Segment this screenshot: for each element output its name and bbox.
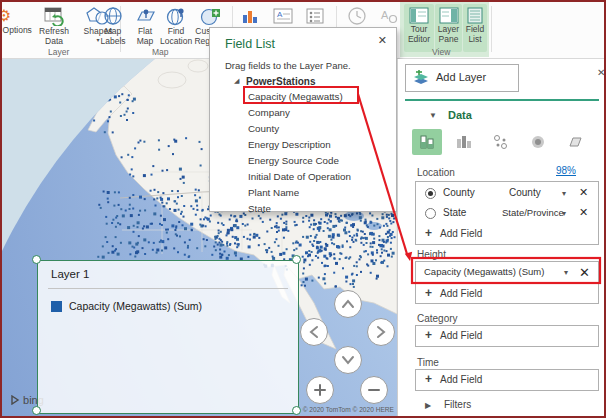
zoom-out-button[interactable] <box>360 376 388 404</box>
layer-pane-icon <box>439 7 459 24</box>
viz-type-row <box>412 129 602 155</box>
viz-clustered-column-button[interactable] <box>449 129 479 155</box>
ribbon-group-label: View <box>432 47 450 57</box>
svg-text:A: A <box>381 9 389 21</box>
height-field-value[interactable]: Capacity (Megawatts) (Sum) <box>424 266 544 277</box>
field-item-initial-date[interactable]: Initial Date of Operation <box>248 171 388 182</box>
rotate-right-button[interactable] <box>367 318 395 346</box>
layer-color-divider <box>405 99 599 101</box>
bubble-icon <box>491 133 511 151</box>
time-label: Time <box>417 357 439 368</box>
field-list-icon <box>465 7 485 24</box>
plus-icon <box>313 383 327 397</box>
add-layer-icon <box>412 70 430 86</box>
custom-regions-icon <box>199 6 221 26</box>
field-item-state[interactable]: State <box>248 203 388 214</box>
location-label: Location <box>417 167 455 178</box>
add-icon: + <box>425 328 432 342</box>
flat-map-icon <box>134 6 156 26</box>
height-add-field[interactable]: Add Field <box>440 288 482 299</box>
field-item-county[interactable]: County <box>248 123 388 134</box>
viz-region-button[interactable] <box>560 129 590 155</box>
section-collapse-icon[interactable]: ▼ <box>429 111 437 120</box>
tour-editor-icon <box>409 7 429 24</box>
layer-pane-button[interactable]: Layer Pane <box>435 4 462 52</box>
field-list-panel: Field List ✕ Drag fields to the Layer Pa… <box>209 27 397 212</box>
map-labels-button[interactable]: Map Labels <box>96 4 130 56</box>
bar-chart-icon <box>240 6 262 26</box>
location-box: County County ▾ ✕ State State/Province ▾… <box>415 181 599 245</box>
viz-bubble-button[interactable] <box>486 129 516 155</box>
remove-field-icon[interactable]: ✕ <box>579 186 588 199</box>
layer-legend[interactable]: Layer 1 Capacity (Megawatts) (Sum) <box>37 260 299 414</box>
clustered-column-icon <box>454 133 474 151</box>
state-radio[interactable] <box>425 208 436 219</box>
state-field-value[interactable]: State/Province <box>502 207 564 218</box>
field-item-energy-source-code[interactable]: Energy Source Code <box>248 155 388 166</box>
height-label: Height <box>417 249 446 260</box>
field-item-energy-description[interactable]: Energy Description <box>248 139 388 150</box>
field-list-button[interactable]: Field List <box>463 4 487 52</box>
match-percent-link[interactable]: 98% <box>556 165 576 176</box>
refresh-table-icon <box>43 6 65 26</box>
selection-handle[interactable] <box>32 406 41 415</box>
chevron-left-icon <box>309 325 319 339</box>
globe-icon <box>102 6 124 26</box>
add-icon: + <box>425 372 432 386</box>
add-icon: + <box>425 286 432 300</box>
bing-triangle-icon <box>10 395 20 405</box>
selection-handle[interactable] <box>32 255 41 264</box>
height-box: Capacity (Megawatts) (Sum) ▾ ✕ + Add Fie… <box>415 261 599 304</box>
viz-heatmap-button[interactable] <box>523 129 553 155</box>
category-label: Category <box>417 313 458 324</box>
county-field-value[interactable]: County <box>509 187 541 198</box>
ribbon-group-label: Layer <box>48 47 69 57</box>
dropdown-arrow-icon[interactable]: ▾ <box>564 268 568 277</box>
tilt-down-button[interactable] <box>334 346 362 374</box>
table-name[interactable]: PowerStations <box>246 76 315 87</box>
rotate-left-button[interactable] <box>300 318 328 346</box>
remove-field-icon[interactable]: ✕ <box>579 206 588 219</box>
time-box: + Add Field <box>415 369 599 391</box>
category-add-field[interactable]: Add Field <box>440 330 482 341</box>
layer-pane: Add Layer ✕ ▼ Data <box>397 59 605 416</box>
zoom-in-button[interactable] <box>306 376 334 404</box>
viz-stacked-column-button[interactable] <box>412 129 442 155</box>
3d-maps-window: ⚙ Scene Options Refresh Data Shapes ▾ La… <box>0 0 606 418</box>
selection-handle[interactable] <box>292 406 301 415</box>
selection-handle[interactable] <box>292 255 301 264</box>
remove-field-icon[interactable]: ✕ <box>579 265 590 280</box>
tilt-up-button[interactable] <box>334 290 362 318</box>
tour-editor-button[interactable]: Tour Editor <box>404 4 434 52</box>
data-section-header[interactable]: Data <box>448 109 472 121</box>
chevron-right-icon <box>376 325 386 339</box>
field-item-plant-name[interactable]: Plant Name <box>248 187 388 198</box>
svg-text:A: A <box>277 10 283 19</box>
legend-entry: Capacity (Megawatts) (Sum) <box>69 300 202 312</box>
dropdown-arrow-icon[interactable]: ▾ <box>562 209 566 218</box>
location-add-field[interactable]: Add Field <box>440 228 482 239</box>
text-box-icon: A <box>272 6 294 26</box>
panel-title: Field List <box>225 37 275 51</box>
add-layer-button[interactable]: Add Layer <box>405 64 519 92</box>
section-expand-icon[interactable]: ▶ <box>425 401 431 410</box>
legend-icon <box>304 6 326 26</box>
field-item-capacity[interactable]: Capacity (Megawatts) <box>248 91 388 102</box>
dropdown-arrow-icon[interactable]: ▾ <box>562 189 566 198</box>
close-icon[interactable]: ✕ <box>378 34 387 47</box>
themes-icon: A <box>377 6 399 26</box>
clock-icon <box>346 6 368 26</box>
minus-icon <box>367 383 381 397</box>
tree-collapse-icon[interactable]: ◢ <box>234 77 239 85</box>
arctic-island <box>188 60 208 72</box>
add-icon: + <box>425 226 432 240</box>
field-item-company[interactable]: Company <box>248 107 388 118</box>
scene-options-button[interactable]: ⚙ Scene Options <box>0 4 32 56</box>
time-add-field[interactable]: Add Field <box>440 374 482 385</box>
group-separator <box>491 6 492 52</box>
county-radio[interactable] <box>425 188 436 199</box>
pane-close-icon[interactable]: ✕ <box>597 67 605 78</box>
ribbon-group-label: Map <box>152 47 169 57</box>
legend-swatch <box>51 301 62 312</box>
filters-section[interactable]: Filters <box>444 399 471 410</box>
